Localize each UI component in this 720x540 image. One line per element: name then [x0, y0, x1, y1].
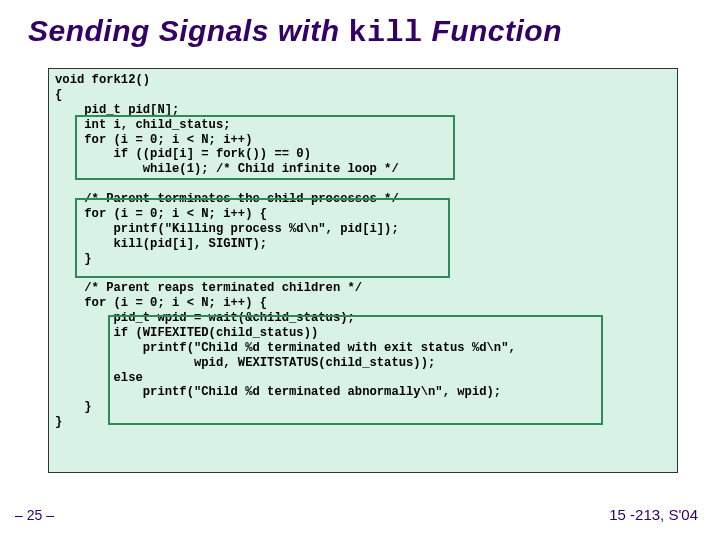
highlight-box-3	[108, 315, 603, 425]
page-number: – 25 –	[15, 507, 54, 523]
slide: Sending Signals with kill Function void …	[0, 0, 720, 540]
course-label: 15 -213, S'04	[609, 506, 698, 523]
title-post: Function	[423, 14, 562, 47]
title-pre: Sending Signals with	[28, 14, 349, 47]
highlight-box-2	[75, 198, 450, 278]
title-mono: kill	[349, 16, 423, 50]
slide-title: Sending Signals with kill Function	[0, 0, 720, 50]
highlight-box-1	[75, 115, 455, 180]
